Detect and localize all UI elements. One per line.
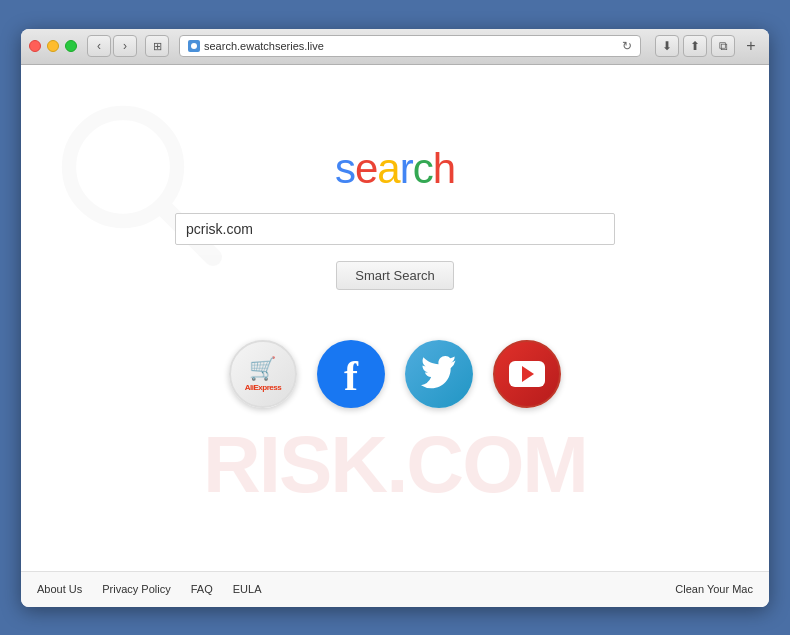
- facebook-icon[interactable]: f: [317, 340, 385, 408]
- logo-h: h: [433, 145, 455, 192]
- aliexpress-text: AliExpress: [245, 383, 281, 392]
- watermark: RISK.COM: [21, 65, 769, 571]
- page-content: RISK.COM search Smart Search 🛒 AliExpres…: [21, 65, 769, 571]
- nav-buttons: ‹ ›: [87, 35, 137, 57]
- search-logo: search: [335, 145, 455, 193]
- about-us-link[interactable]: About Us: [37, 583, 82, 595]
- sidebar-button[interactable]: ⊞: [145, 35, 169, 57]
- forward-button[interactable]: ›: [113, 35, 137, 57]
- title-bar: ‹ › ⊞ search.ewatchseries.live ↻ ⬇ ⬆ ⧉ +: [21, 29, 769, 65]
- logo-a: a: [377, 145, 399, 192]
- faq-link[interactable]: FAQ: [191, 583, 213, 595]
- logo-r: r: [400, 145, 413, 192]
- download-button[interactable]: ⬇: [655, 35, 679, 57]
- clean-mac-link[interactable]: Clean Your Mac: [675, 583, 753, 595]
- toolbar-right: ⬇ ⬆ ⧉: [655, 35, 735, 57]
- logo-c: c: [413, 145, 433, 192]
- facebook-f-letter: f: [344, 355, 358, 397]
- search-input-container: [175, 213, 615, 245]
- privacy-policy-link[interactable]: Privacy Policy: [102, 583, 170, 595]
- aliexpress-cart-icon: 🛒: [249, 356, 276, 382]
- aliexpress-inner: 🛒 AliExpress: [245, 356, 281, 392]
- tabs-button[interactable]: ⧉: [711, 35, 735, 57]
- footer-links: About Us Privacy Policy FAQ EULA: [37, 583, 675, 595]
- favicon: [188, 40, 200, 52]
- address-bar[interactable]: search.ewatchseries.live ↻: [179, 35, 641, 57]
- maximize-button[interactable]: [65, 40, 77, 52]
- youtube-play-button: [509, 361, 545, 387]
- footer: About Us Privacy Policy FAQ EULA Clean Y…: [21, 571, 769, 607]
- social-icons: 🛒 AliExpress f: [229, 340, 561, 408]
- eula-link[interactable]: EULA: [233, 583, 262, 595]
- aliexpress-icon[interactable]: 🛒 AliExpress: [229, 340, 297, 408]
- youtube-icon[interactable]: [493, 340, 561, 408]
- watermark-text: RISK.COM: [203, 419, 587, 511]
- traffic-lights: [29, 40, 77, 52]
- share-button[interactable]: ⬆: [683, 35, 707, 57]
- search-area: search Smart Search: [21, 145, 769, 290]
- logo-s: s: [335, 145, 355, 192]
- browser-window: ‹ › ⊞ search.ewatchseries.live ↻ ⬇ ⬆ ⧉ +…: [21, 29, 769, 607]
- youtube-triangle-icon: [522, 366, 534, 382]
- twitter-icon[interactable]: [405, 340, 473, 408]
- url-text: search.ewatchseries.live: [204, 40, 618, 52]
- smart-search-button[interactable]: Smart Search: [336, 261, 453, 290]
- back-button[interactable]: ‹: [87, 35, 111, 57]
- search-input[interactable]: [175, 213, 615, 245]
- reload-button[interactable]: ↻: [622, 39, 632, 53]
- new-tab-button[interactable]: +: [741, 35, 761, 57]
- logo-e: e: [355, 145, 377, 192]
- close-button[interactable]: [29, 40, 41, 52]
- twitter-bird-icon: [421, 356, 457, 392]
- minimize-button[interactable]: [47, 40, 59, 52]
